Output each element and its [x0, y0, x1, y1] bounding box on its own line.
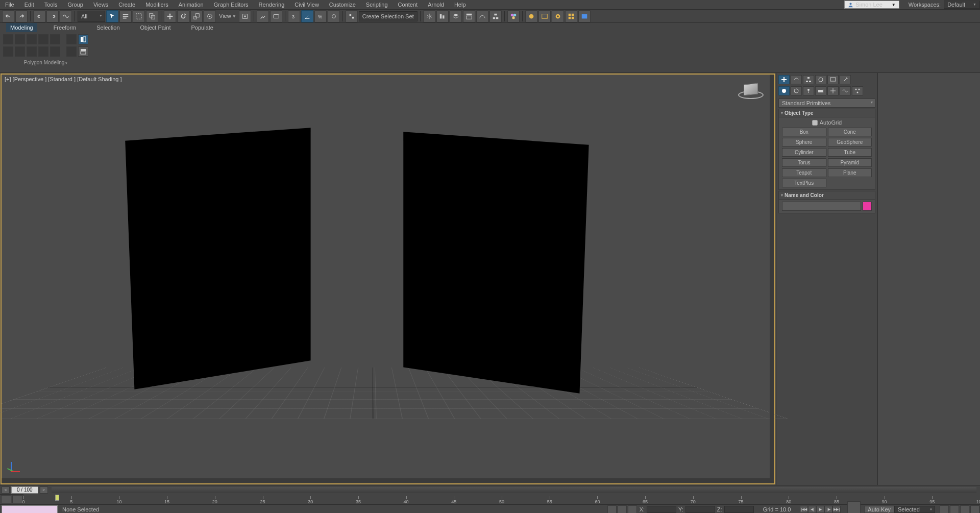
- render-iterative-button[interactable]: [565, 10, 577, 22]
- primitive-textplus-button[interactable]: TextPlus: [782, 179, 826, 187]
- time-slider-thumb[interactable]: [55, 495, 59, 501]
- select-by-name-button[interactable]: [119, 10, 132, 22]
- menu-edit[interactable]: Edit: [19, 1, 39, 9]
- timeline-filter-button[interactable]: [12, 495, 22, 503]
- snap-toggle-button[interactable]: 3: [288, 10, 300, 22]
- menu-rendering[interactable]: Rendering: [254, 1, 290, 9]
- menu-civil-view[interactable]: Civil View: [289, 1, 324, 9]
- primitive-torus-button[interactable]: Torus: [782, 158, 826, 167]
- x-coord-input[interactable]: [647, 506, 676, 513]
- polygon-modeling-label[interactable]: Polygon Modeling: [3, 59, 88, 65]
- selection-filter-dropdown[interactable]: All: [78, 11, 105, 22]
- link-button[interactable]: [33, 10, 45, 22]
- render-setup-button[interactable]: [525, 10, 537, 22]
- menu-help[interactable]: Help: [449, 1, 471, 9]
- key-filters-selected-dropdown[interactable]: Selected: [894, 506, 935, 513]
- menu-group[interactable]: Group: [62, 1, 88, 9]
- geometry-category-dropdown[interactable]: Standard Primitives: [778, 99, 875, 108]
- nav-zoom-all-button[interactable]: [950, 505, 959, 514]
- create-systems-tab[interactable]: [852, 86, 863, 95]
- menu-customize[interactable]: Customize: [324, 1, 361, 9]
- preview-button[interactable]: [66, 34, 77, 44]
- transform-type-in-button[interactable]: [628, 505, 637, 514]
- viewcube[interactable]: [737, 84, 765, 104]
- rb-btn-4[interactable]: [38, 46, 48, 57]
- spinner-snap-button[interactable]: [328, 10, 340, 22]
- workspace-dropdown[interactable]: Default: [944, 1, 980, 9]
- menu-tools[interactable]: Tools: [39, 1, 63, 9]
- rb-btn-3[interactable]: [27, 46, 37, 57]
- bind-spacewarp-button[interactable]: [60, 10, 72, 22]
- create-cameras-tab[interactable]: [815, 86, 826, 95]
- object-name-input[interactable]: [782, 202, 861, 211]
- cmd-tab-display[interactable]: [827, 75, 839, 84]
- rb-btn-6[interactable]: [66, 46, 77, 57]
- frame-next-button[interactable]: >: [40, 486, 48, 494]
- y-coord-input[interactable]: [685, 506, 715, 513]
- material-editor-button[interactable]: [507, 10, 520, 22]
- z-coord-input[interactable]: [724, 506, 754, 513]
- goto-start-button[interactable]: |◀◀: [800, 506, 808, 513]
- menu-modifiers[interactable]: Modifiers: [140, 1, 174, 9]
- rb-btn-5[interactable]: [50, 46, 60, 57]
- create-geometry-tab[interactable]: [778, 86, 790, 95]
- primitive-plane-button[interactable]: Plane: [828, 168, 872, 177]
- schematic-view-button[interactable]: [489, 10, 502, 22]
- primitive-sphere-button[interactable]: Sphere: [782, 138, 826, 146]
- nav-zoom-extents-all-button[interactable]: [970, 505, 979, 514]
- create-shapes-tab[interactable]: [791, 86, 802, 95]
- autogrid-checkbox[interactable]: AutoGrid: [782, 119, 872, 126]
- primitive-teapot-button[interactable]: Teapot: [782, 168, 826, 177]
- cmd-tab-hierarchy[interactable]: [803, 75, 814, 84]
- mirror-button[interactable]: [423, 10, 435, 22]
- window-crossing-button[interactable]: [146, 10, 158, 22]
- layer-explorer-button[interactable]: [450, 10, 462, 22]
- toggle-ribbon-button[interactable]: [463, 10, 475, 22]
- viewport-nav-big-button[interactable]: [847, 501, 861, 514]
- viewport-label[interactable]: [+] [Perspective ] [Standard ] [Default …: [5, 76, 122, 82]
- select-region-button[interactable]: [133, 10, 145, 22]
- move-button[interactable]: [164, 10, 176, 22]
- render-scene-button[interactable]: [578, 10, 591, 22]
- ribbon-tab-selection[interactable]: Selection: [92, 23, 124, 32]
- select-object-button[interactable]: [106, 10, 118, 22]
- ribbon-tab-populate[interactable]: Populate: [187, 23, 217, 32]
- subobj-vertex-button[interactable]: [3, 34, 13, 44]
- rb-btn-7[interactable]: [78, 46, 88, 57]
- ribbon-tab-modeling[interactable]: Modeling: [6, 23, 37, 32]
- current-frame-indicator[interactable]: 0 / 100: [11, 486, 38, 494]
- subobj-edge-button[interactable]: [15, 34, 25, 44]
- nav-zoom-extents-button[interactable]: [960, 505, 969, 514]
- ribbon-tab-object-paint[interactable]: Object Paint: [136, 23, 175, 32]
- nav-zoom-button[interactable]: [940, 505, 949, 514]
- keyboard-shortcut-button[interactable]: [270, 10, 282, 22]
- track-bar[interactable]: [52, 487, 976, 493]
- isolate-selection-button[interactable]: [607, 505, 617, 514]
- angle-snap-button[interactable]: [301, 10, 313, 22]
- rb-btn-1[interactable]: [3, 46, 13, 57]
- cmd-tab-modify[interactable]: [791, 75, 802, 84]
- primitive-geosphere-button[interactable]: GeoSphere: [828, 138, 872, 146]
- frame-prev-button[interactable]: <: [2, 486, 10, 494]
- scene-object-plane-2[interactable]: [403, 132, 589, 394]
- menu-content[interactable]: Content: [393, 1, 423, 9]
- menu-animation[interactable]: Animation: [174, 1, 209, 9]
- play-button[interactable]: ▶: [816, 506, 824, 513]
- cmd-tab-utilities[interactable]: [840, 75, 851, 84]
- menu-views[interactable]: Views: [88, 1, 113, 9]
- next-frame-button[interactable]: |▶: [824, 506, 832, 513]
- scene-object-plane-1[interactable]: [125, 128, 310, 389]
- prev-frame-button[interactable]: ◀|: [808, 506, 816, 513]
- edit-named-selset-button[interactable]: [346, 10, 358, 22]
- scale-button[interactable]: [190, 10, 203, 22]
- time-ruler[interactable]: 0510152025303540455055606570758085909510…: [23, 494, 980, 504]
- placement-button[interactable]: [204, 10, 216, 22]
- primitive-box-button[interactable]: Box: [782, 128, 826, 136]
- align-button[interactable]: [436, 10, 449, 22]
- menu-file[interactable]: File: [0, 1, 19, 9]
- named-selection-set-dropdown[interactable]: Create Selection Set: [359, 11, 418, 21]
- maxscript-listener-mini[interactable]: [2, 505, 58, 514]
- menu-create[interactable]: Create: [113, 1, 140, 9]
- manipulate-button[interactable]: [257, 10, 269, 22]
- selection-lock-button[interactable]: [618, 505, 627, 514]
